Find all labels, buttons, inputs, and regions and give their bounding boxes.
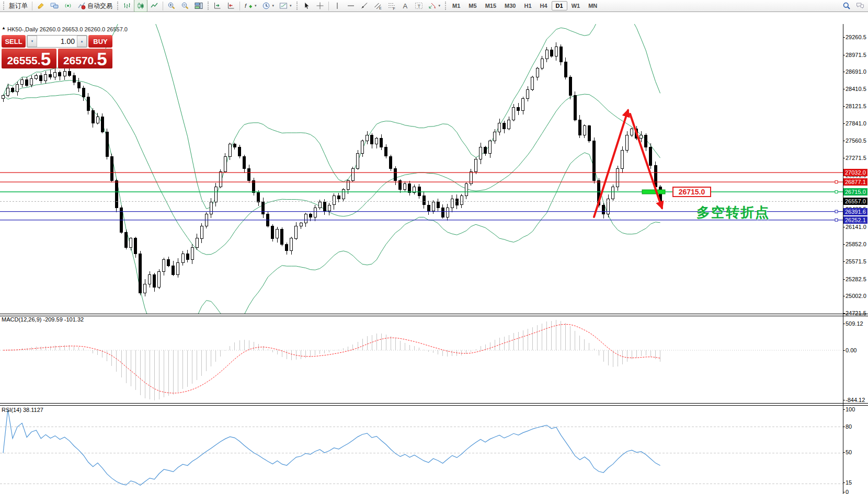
macd-canvas[interactable]: [0, 316, 843, 403]
buy-button[interactable]: BUY: [88, 35, 112, 48]
price-line-label-26252.1[interactable]: 26252.1: [843, 216, 867, 224]
macd-tick-mark: [843, 400, 845, 400]
price-tick-label: 28121.5: [846, 103, 866, 109]
sell-button[interactable]: SELL: [2, 35, 26, 48]
templates-menu[interactable]: ▾: [277, 0, 294, 12]
line-chart-icon[interactable]: [147, 0, 161, 12]
price-tick-label: 28410.5: [846, 86, 866, 92]
bar-chart-icon[interactable]: [120, 0, 134, 12]
timeframe-button-M30[interactable]: M30: [500, 1, 520, 10]
volume-up-button[interactable]: ▲: [77, 36, 87, 47]
price-tick-label: 25571.5: [846, 258, 866, 265]
timeframe-button-H1[interactable]: H1: [520, 1, 535, 10]
macd-axis-label: -844.12: [846, 397, 865, 403]
tile-windows-icon[interactable]: [192, 0, 205, 12]
svg-text:T: T: [417, 4, 420, 9]
toolbar-grip[interactable]: [208, 2, 209, 10]
svg-text:A: A: [403, 2, 407, 10]
chart-window[interactable]: ▲ HK50-,Daily 26260.0 26653.0 26260.0 26…: [0, 12, 868, 494]
toolbar-grip[interactable]: [445, 2, 446, 10]
price-tick-mark: [843, 37, 845, 38]
macd-axis-label: 509.12: [846, 320, 863, 327]
hline-handle[interactable]: [835, 210, 838, 213]
timeframe-button-MN[interactable]: MN: [584, 1, 601, 10]
chat-icon[interactable]: [853, 0, 867, 12]
profile-icon[interactable]: [48, 0, 61, 12]
horizontal-line-icon[interactable]: [344, 0, 358, 12]
macd-label: MACD(12,26,9) -209.59 -101.32: [2, 316, 84, 323]
toolbar-grip[interactable]: [3, 2, 4, 10]
vertical-line-icon[interactable]: [330, 0, 344, 12]
hline-handle[interactable]: [835, 219, 838, 221]
macd-tick-mark: [843, 350, 845, 351]
trendline-icon[interactable]: [358, 0, 371, 12]
search-icon[interactable]: [840, 0, 853, 12]
pane-divider-rsi[interactable]: [0, 403, 868, 406]
price-tick-mark: [843, 72, 845, 72]
timeframe-button-M15[interactable]: M15: [481, 1, 500, 10]
timeframe-button-D1[interactable]: D1: [552, 1, 567, 10]
new-order-button[interactable]: 新订单: [6, 0, 30, 12]
fibonacci-icon[interactable]: F: [385, 0, 398, 12]
price-line-label-26715.0[interactable]: 26715.0: [843, 188, 867, 196]
indicators-menu[interactable]: f▾: [242, 0, 259, 12]
timeframe-button-M1[interactable]: M1: [448, 1, 464, 10]
price-line-label-26877.1[interactable]: 26877.1: [843, 178, 867, 186]
rsi-axis-label: 50: [846, 449, 852, 455]
toolbar-separator: [163, 2, 163, 10]
rsi-canvas[interactable]: [0, 406, 843, 494]
volume-input[interactable]: 1.00: [37, 36, 77, 47]
buy-price-display[interactable]: 26570.5: [58, 49, 113, 68]
hline-handle[interactable]: [835, 191, 838, 193]
crosshair-icon[interactable]: [313, 0, 327, 12]
candlestick-chart-icon[interactable]: [134, 0, 147, 12]
auto-trading-button[interactable]: 自动交易: [75, 0, 115, 12]
one-click-trading-panel: SELL ▼ 1.00 ▲ BUY 26555.5 26570.5: [2, 35, 112, 68]
main-chart-canvas[interactable]: [0, 24, 843, 314]
bollinger-middle-line: [3, 81, 660, 255]
toolbar-separator: [32, 2, 32, 10]
timeframe-button-M5[interactable]: M5: [464, 1, 481, 10]
price-tick-label: 28971.5: [846, 52, 866, 58]
current-price-label[interactable]: 26557.0: [843, 198, 867, 205]
pane-divider-macd[interactable]: [0, 314, 868, 316]
cursor-icon[interactable]: [300, 0, 313, 12]
toolbar-separator: [239, 2, 240, 10]
price-line-label-26391.6[interactable]: 26391.6: [843, 208, 867, 215]
toolbar-grip[interactable]: [296, 2, 298, 10]
buy-price-main: 26570.: [63, 54, 97, 67]
price-tick-mark: [843, 279, 845, 280]
text-label-icon[interactable]: T: [412, 0, 426, 12]
zoom-out-icon[interactable]: [178, 0, 192, 12]
toolbar-grip[interactable]: [117, 2, 118, 10]
timeframe-button-W1[interactable]: W1: [567, 1, 585, 10]
price-tick-mark: [843, 261, 845, 262]
signal-icon[interactable]: [61, 0, 75, 12]
rsi-label: RSI(14) 38.1127: [2, 407, 43, 413]
rsi-tick-mark: [843, 452, 845, 453]
macd-axis-label: 0.00: [846, 347, 856, 353]
sell-price-display[interactable]: 26555.5: [2, 49, 56, 68]
hline-handle[interactable]: [835, 181, 838, 183]
auto-scroll-icon[interactable]: [211, 0, 224, 12]
rsi-tick-mark: [843, 409, 845, 410]
rsi-line: [3, 409, 660, 485]
periods-menu[interactable]: ▾: [259, 0, 277, 12]
price-tick-mark: [843, 55, 845, 55]
timeframe-button-H4[interactable]: H4: [536, 1, 552, 10]
svg-text:E: E: [379, 6, 382, 10]
pivot-price-callout[interactable]: 26715.0: [672, 187, 711, 197]
pivot-marker[interactable]: [642, 190, 665, 194]
price-axis-line: [843, 24, 843, 494]
equidistant-channel-icon[interactable]: E: [371, 0, 385, 12]
price-line-label-27032.0[interactable]: 27032.0: [843, 169, 867, 176]
rsi-tick-mark: [843, 427, 845, 427]
zoom-in-icon[interactable]: [165, 0, 178, 12]
chart-shift-icon[interactable]: [224, 0, 238, 12]
macd-signal-line: [3, 324, 660, 393]
volume-down-button[interactable]: ▼: [27, 36, 37, 47]
text-icon[interactable]: A: [398, 0, 412, 12]
rsi-axis-label: 15: [846, 479, 852, 486]
highlighter-icon[interactable]: [34, 0, 48, 12]
arrows-menu[interactable]: ▾: [426, 0, 443, 12]
